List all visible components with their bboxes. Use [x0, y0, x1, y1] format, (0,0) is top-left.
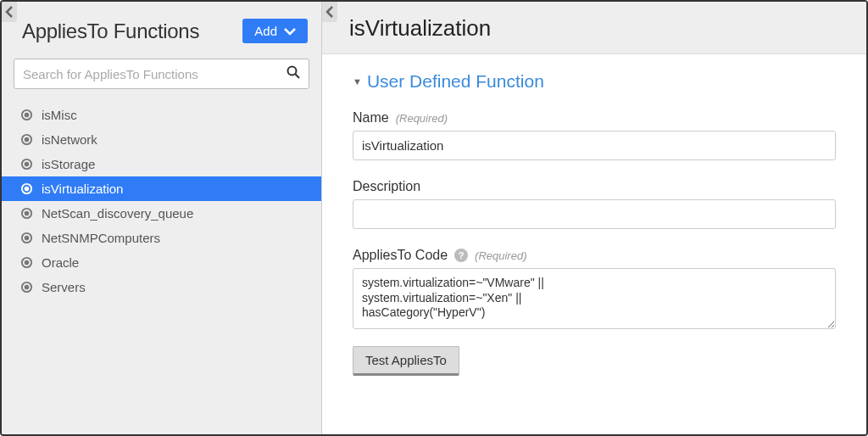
section-toggle[interactable]: ▼ User Defined Function	[353, 71, 836, 92]
section-title: User Defined Function	[367, 71, 544, 92]
page-title: isVirtualization	[349, 15, 846, 42]
sidebar-item-isvirtualization[interactable]: isVirtualization	[2, 176, 321, 201]
svg-point-5	[25, 137, 30, 143]
add-button[interactable]: Add	[242, 19, 308, 43]
radio-icon	[20, 158, 33, 170]
chevron-down-icon	[284, 27, 296, 36]
radio-icon	[20, 256, 33, 269]
svg-point-17	[25, 285, 30, 290]
code-label-text: AppliesTo Code	[353, 248, 448, 263]
sidebar-item-label: isVirtualization	[42, 182, 123, 196]
svg-point-15	[25, 260, 30, 266]
sidebar-item-oracle[interactable]: Oracle	[2, 250, 321, 275]
svg-point-3	[25, 113, 30, 118]
sidebar-item-isnetwork[interactable]: isNetwork	[2, 127, 321, 152]
add-button-label: Add	[254, 24, 277, 38]
sidebar-item-netscan_discovery_queue[interactable]: NetScan_discovery_queue	[2, 201, 321, 226]
sidebar-item-label: isStorage	[42, 157, 95, 171]
collapse-right-icon[interactable]	[322, 2, 337, 22]
collapse-left-icon[interactable]	[2, 2, 17, 22]
sidebar-item-label: NetSNMPComputers	[42, 231, 160, 245]
description-label-text: Description	[353, 179, 420, 194]
caret-down-icon: ▼	[353, 76, 362, 87]
code-label: AppliesTo Code ? (Required)	[353, 248, 836, 263]
radio-icon	[20, 281, 33, 293]
search-icon	[287, 65, 300, 82]
sidebar-item-isstorage[interactable]: isStorage	[2, 152, 321, 176]
sidebar-title: AppliesTo Functions	[22, 20, 199, 43]
sidebar-item-label: isNetwork	[42, 132, 97, 147]
svg-line-1	[296, 75, 300, 79]
sidebar-item-label: NetScan_discovery_queue	[42, 206, 193, 221]
search-input-wrap[interactable]	[14, 59, 309, 89]
radio-icon	[20, 133, 33, 146]
name-label: Name (Required)	[353, 110, 836, 126]
sidebar-item-netsnmpcomputers[interactable]: NetSNMPComputers	[2, 226, 321, 250]
detail-panel: isVirtualization ▼ User Defined Function…	[322, 2, 866, 434]
name-label-text: Name	[353, 110, 389, 126]
sidebar-item-label: Oracle	[42, 255, 79, 270]
radio-icon	[20, 182, 33, 195]
svg-point-7	[25, 162, 30, 167]
svg-point-13	[25, 236, 30, 241]
radio-icon	[20, 207, 33, 220]
sidebar-item-label: Servers	[42, 280, 86, 294]
function-list: isMiscisNetworkisStorageisVirtualization…	[2, 98, 321, 434]
description-label: Description	[353, 179, 836, 194]
radio-icon	[20, 232, 33, 244]
sidebar-item-label: isMisc	[42, 108, 77, 122]
help-icon[interactable]: ?	[454, 249, 468, 262]
svg-point-11	[25, 211, 30, 216]
sidebar-item-ismisc[interactable]: isMisc	[2, 103, 321, 127]
svg-point-0	[288, 67, 297, 75]
sidebar: AppliesTo Functions Add isMiscisNetworki…	[2, 2, 322, 434]
name-field[interactable]	[353, 131, 836, 160]
description-field[interactable]	[353, 199, 836, 229]
test-appliesto-button[interactable]: Test AppliesTo	[353, 346, 459, 376]
code-field[interactable]	[353, 268, 836, 329]
search-input[interactable]	[23, 67, 287, 81]
svg-point-9	[25, 187, 30, 192]
radio-icon	[20, 109, 33, 121]
required-hint: (Required)	[396, 112, 448, 125]
required-hint-code: (Required)	[475, 249, 526, 262]
sidebar-item-servers[interactable]: Servers	[2, 275, 321, 299]
